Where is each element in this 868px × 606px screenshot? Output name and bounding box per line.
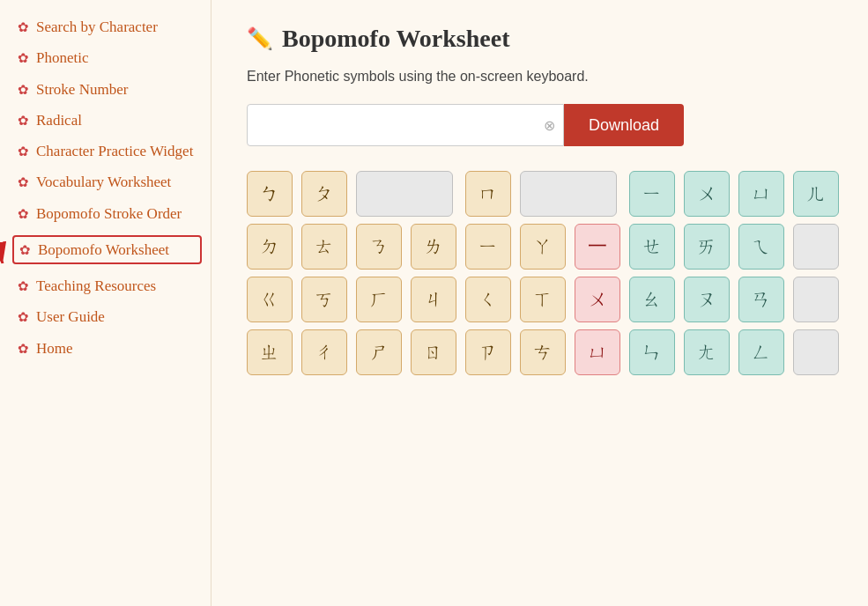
subtitle: Enter Phonetic symbols using the on-scre… <box>247 69 842 85</box>
sidebar-item-vocabulary-worksheet[interactable]: ✿Vocabulary Worksheet <box>18 173 202 191</box>
key-2-10 <box>793 277 839 322</box>
key-0-5[interactable]: ㄧ <box>629 171 675 217</box>
flower-icon: ✿ <box>18 50 29 67</box>
key-1-4[interactable]: ㄧ <box>465 224 511 270</box>
key-2-2[interactable]: ㄏ <box>356 277 402 322</box>
sidebar-item-label: User Guide <box>36 307 105 326</box>
key-3-9[interactable]: ㄥ <box>738 329 784 375</box>
key-0-6[interactable]: ㄨ <box>684 171 730 217</box>
key-3-8[interactable]: ㄤ <box>684 329 730 375</box>
sidebar-item-radical[interactable]: ✿Radical <box>18 111 202 129</box>
key-3-4[interactable]: ㄗ <box>465 329 511 375</box>
download-button[interactable]: Download <box>564 104 684 146</box>
page-title: ✏️ Bopomofo Worksheet <box>247 25 842 53</box>
sidebar-item-label: Bopomofo Worksheet <box>38 240 169 259</box>
red-arrow-icon <box>0 219 10 272</box>
key-1-2[interactable]: ㄋ <box>356 224 402 270</box>
flower-icon: ✿ <box>19 242 31 259</box>
clear-icon[interactable]: ⊗ <box>544 117 555 134</box>
sidebar-item-bopomofo-stroke-order[interactable]: ✿Bopomofo Stroke Order <box>18 204 202 223</box>
key-3-7[interactable]: ㄣ <box>629 329 675 375</box>
flower-icon: ✿ <box>18 278 29 295</box>
sidebar-item-stroke-number[interactable]: ✿Stroke Number <box>18 80 202 99</box>
sidebar-item-label: Search by Character <box>36 18 158 36</box>
key-3-5[interactable]: ㄘ <box>520 329 566 375</box>
key-2-7[interactable]: ㄠ <box>629 277 675 322</box>
key-1-5[interactable]: ㄚ <box>520 224 566 270</box>
flower-icon: ✿ <box>18 113 29 129</box>
key-0-7[interactable]: ㄩ <box>738 171 784 217</box>
main-content: ✏️ Bopomofo Worksheet Enter Phonetic sym… <box>211 0 868 606</box>
phonetic-input-wrapper: ⊗ <box>247 104 564 146</box>
key-1-7[interactable]: ㄝ <box>629 224 675 270</box>
key-2-0[interactable]: ㄍ <box>247 277 293 322</box>
key-2-6[interactable]: ㄨ <box>575 277 620 322</box>
flower-icon: ✿ <box>18 174 29 191</box>
sidebar-item-label: Home <box>36 339 73 358</box>
sidebar-item-label: Stroke Number <box>36 80 128 99</box>
sidebar-item-label: Phonetic <box>36 48 89 67</box>
key-1-1[interactable]: ㄊ <box>301 224 347 270</box>
key-1-8[interactable]: ㄞ <box>684 224 730 270</box>
key-0-2 <box>356 171 453 217</box>
sidebar-item-label: Character Practice Widget <box>36 142 193 160</box>
key-1-0[interactable]: ㄉ <box>247 224 293 270</box>
sidebar-item-bopomofo-worksheet[interactable]: ✿Bopomofo Worksheet <box>12 235 202 264</box>
keyboard-grid: ㄅㄆㄇㄧㄨㄩㄦㄉㄊㄋㄌㄧㄚ一ㄝㄞㄟㄍㄎㄏㄐㄑㄒㄨㄠㄡㄢㄓㄔㄕㄖㄗㄘㄩㄣㄤㄥ <box>247 171 842 375</box>
key-2-8[interactable]: ㄡ <box>684 277 730 322</box>
key-1-3[interactable]: ㄌ <box>411 224 456 270</box>
sidebar-item-label: Bopomofo Stroke Order <box>36 204 182 223</box>
sidebar-item-character-practice-widget[interactable]: ✿Character Practice Widget <box>18 142 202 160</box>
key-1-9[interactable]: ㄟ <box>738 224 784 270</box>
sidebar-item-phonetic[interactable]: ✿Phonetic <box>18 48 202 67</box>
flower-icon: ✿ <box>18 309 29 326</box>
input-row: ⊗ Download <box>247 104 842 146</box>
key-0-0[interactable]: ㄅ <box>247 171 293 217</box>
sidebar-item-user-guide[interactable]: ✿User Guide <box>18 307 202 326</box>
key-3-3[interactable]: ㄖ <box>411 329 456 375</box>
flower-icon: ✿ <box>18 144 29 160</box>
key-0-4 <box>520 171 617 217</box>
key-3-1[interactable]: ㄔ <box>301 329 347 375</box>
key-1-10 <box>793 224 839 270</box>
sidebar-item-search-by-character[interactable]: ✿Search by Character <box>18 18 202 36</box>
key-2-3[interactable]: ㄐ <box>411 277 456 322</box>
sidebar: ✿Search by Character✿Phonetic✿Stroke Num… <box>0 0 211 606</box>
pencil-icon: ✏️ <box>247 26 273 51</box>
key-3-6[interactable]: ㄩ <box>575 329 620 375</box>
key-3-0[interactable]: ㄓ <box>247 329 293 375</box>
key-2-1[interactable]: ㄎ <box>301 277 347 322</box>
sidebar-item-label: Teaching Resources <box>36 277 156 295</box>
phonetic-input[interactable] <box>247 104 564 146</box>
key-3-2[interactable]: ㄕ <box>356 329 402 375</box>
key-1-6[interactable]: 一 <box>575 224 620 270</box>
key-2-5[interactable]: ㄒ <box>520 277 566 322</box>
sidebar-item-label: Vocabulary Worksheet <box>36 173 171 191</box>
flower-icon: ✿ <box>18 19 29 36</box>
key-2-4[interactable]: ㄑ <box>465 277 511 322</box>
sidebar-item-teaching-resources[interactable]: ✿Teaching Resources <box>18 277 202 295</box>
key-3-10 <box>793 329 839 375</box>
key-0-8[interactable]: ㄦ <box>793 171 839 217</box>
sidebar-item-home[interactable]: ✿Home <box>18 339 202 358</box>
key-2-9[interactable]: ㄢ <box>738 277 784 322</box>
key-0-3[interactable]: ㄇ <box>465 171 511 217</box>
flower-icon: ✿ <box>18 206 29 223</box>
flower-icon: ✿ <box>18 341 29 358</box>
flower-icon: ✿ <box>18 82 29 99</box>
sidebar-item-label: Radical <box>36 111 82 129</box>
key-0-1[interactable]: ㄆ <box>301 171 347 217</box>
